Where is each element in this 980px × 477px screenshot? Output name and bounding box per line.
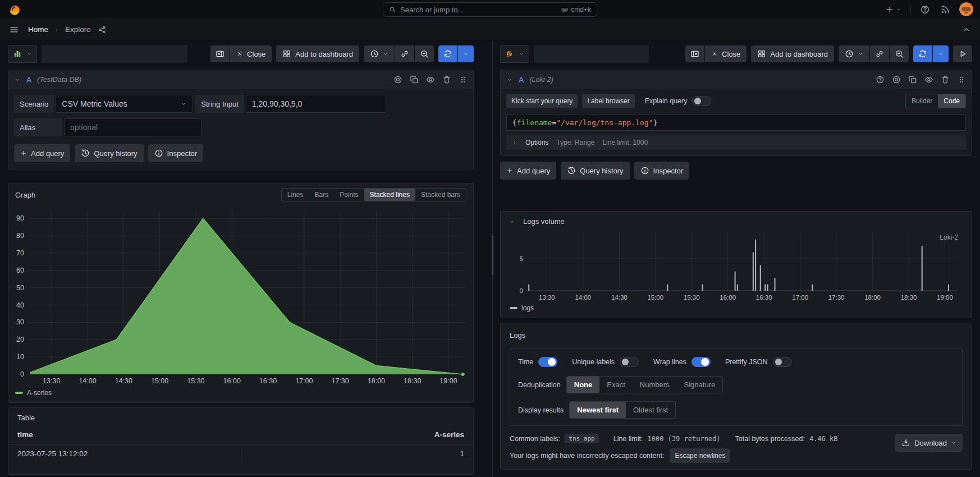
option-numbers[interactable]: Numbers [633,377,677,393]
option-stacked-bars[interactable]: Stacked bars [415,189,466,201]
kick-start-button[interactable]: Kick start your query [506,94,578,108]
add-query-button[interactable]: Add query [14,144,70,162]
graph-chart[interactable]: 13:3014:0014:3015:0015:3016:0016:3017:00… [8,204,473,388]
help-button[interactable] [919,3,931,16]
string-input-field[interactable] [246,95,386,113]
mega-menu-button[interactable] [8,24,20,36]
remove-query-button[interactable] [941,75,950,84]
add-query-button[interactable]: Add query [500,162,556,180]
drag-query-handle[interactable] [957,75,966,84]
left-datasource-name-field[interactable] [42,45,187,63]
left-refresh-interval-button[interactable] [458,45,474,62]
narrow-pane-button[interactable] [685,45,704,62]
toggle-wrap-lines[interactable]: Wrap lines [653,357,711,367]
right-refresh-interval-button[interactable] [933,45,949,62]
disable-query-button[interactable] [393,75,402,84]
widen-pane-button[interactable] [210,45,230,62]
switch[interactable] [620,357,639,367]
explain-query-switch[interactable] [692,96,711,106]
column-header[interactable]: A-series [241,425,473,444]
drag-query-handle[interactable] [459,75,468,84]
label-browser-button[interactable]: Label browser [582,94,634,108]
new-menu-button[interactable] [884,4,903,15]
download-button[interactable]: Download [895,434,963,452]
svg-text:0: 0 [520,287,523,294]
option-points[interactable]: Points [334,189,364,201]
left-zoom-out-button[interactable] [415,45,434,62]
inspector-button[interactable]: Inspector [148,144,203,162]
hide-response-button[interactable] [426,75,435,84]
option-lines[interactable]: Lines [282,189,309,201]
graph-legend[interactable]: A-series [8,388,473,399]
right-datasource-name-field[interactable] [534,45,649,63]
search-input[interactable] [400,6,557,14]
right-sync-time-button[interactable] [870,45,889,62]
left-query-row-header[interactable]: A (TestData DB) [8,70,473,89]
collapse-toolbar-button[interactable] [961,24,972,35]
option-newest-first[interactable]: Newest first [570,402,626,418]
switch[interactable] [692,357,711,367]
option-none[interactable]: None [567,377,600,393]
hide-response-button[interactable] [924,75,933,84]
left-add-to-dashboard-button[interactable]: Add to dashboard [276,45,359,62]
right-add-to-dashboard-button[interactable]: Add to dashboard [751,45,834,62]
logs-volume-header[interactable]: Logs volume [501,217,972,228]
left-split-close-group: Close [210,45,272,62]
left-sync-time-button[interactable] [395,45,414,62]
right-zoom-out-button[interactable] [890,45,909,62]
query-help-button[interactable] [876,75,885,84]
switch[interactable] [538,357,557,367]
chevron-down-icon [180,100,187,107]
shortcut-label: cmd+k [571,6,591,13]
avatar[interactable] [959,2,973,16]
option-code[interactable]: Code [938,94,965,108]
breadcrumb-home[interactable]: Home [28,25,48,34]
right-query-editor-panel: A (Loki-2) Kick start your query [500,70,972,156]
option-stacked-lines[interactable]: Stacked lines [364,189,415,201]
right-datasource-picker[interactable] [500,45,529,63]
svg-text:0: 0 [20,370,24,378]
duplicate-query-button[interactable] [908,75,917,84]
query-ref-id[interactable]: A [26,75,31,84]
inspector-button[interactable]: Inspector [634,162,689,180]
option-exact[interactable]: Exact [599,377,633,393]
right-query-row-header[interactable]: A (Loki-2) [501,70,972,89]
escape-newlines-button[interactable]: Escape newlines [670,448,730,463]
left-refresh-button[interactable] [438,45,457,62]
option-builder[interactable]: Builder [906,94,938,108]
query-history-button[interactable]: Query history [561,162,629,180]
alias-input-field[interactable] [64,118,202,136]
right-close-button[interactable]: Close [705,45,747,62]
breadcrumb-explore[interactable]: Explore [65,25,91,34]
left-close-button[interactable]: Close [230,45,272,62]
option-oldest-first[interactable]: Oldest first [626,402,675,418]
scenario-select[interactable]: CSV Metric Values [56,95,193,113]
query-history-button[interactable]: Query history [75,144,143,162]
share-shortlink-button[interactable] [97,24,108,35]
column-header[interactable]: time [8,425,241,444]
explain-query-toggle[interactable]: Explain query [645,96,711,106]
svg-text:40: 40 [16,301,24,309]
left-datasource-picker[interactable] [8,45,37,63]
disable-query-button[interactable] [892,75,901,84]
news-button[interactable] [939,3,951,16]
search-box[interactable]: cmd+k [383,2,597,17]
option-bars[interactable]: Bars [309,189,335,201]
logs-volume-legend[interactable]: logs [501,303,972,314]
grafana-logo[interactable] [7,2,22,17]
toggle-time[interactable]: Time [518,357,557,367]
right-time-picker-button[interactable] [839,45,869,62]
query-ref-id[interactable]: A [519,75,524,84]
run-query-button[interactable] [953,45,972,62]
switch[interactable] [773,357,792,367]
left-time-picker-button[interactable] [364,45,395,62]
query-options-collapse[interactable]: Options Type: Range Line limit: 1000 [506,135,966,150]
loki-query-input[interactable]: {filename="/var/log/tns-app.log"} [506,114,966,131]
duplicate-query-button[interactable] [410,75,419,84]
remove-query-button[interactable] [442,75,451,84]
logs-volume-chart[interactable]: 13:3014:0014:3015:0015:3016:0016:3017:00… [509,228,964,303]
toggle-prettify-json[interactable]: Prettify JSON [725,357,792,367]
right-refresh-button[interactable] [913,45,932,62]
toggle-unique-labels[interactable]: Unique labels [572,357,639,367]
option-signature[interactable]: Signature [677,377,723,393]
